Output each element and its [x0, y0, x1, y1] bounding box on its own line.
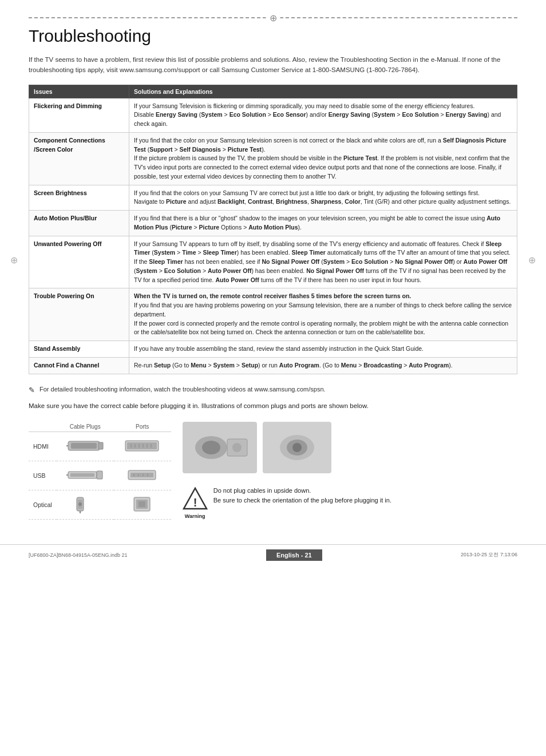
svg-point-31	[202, 441, 220, 454]
svg-point-33	[232, 443, 242, 452]
cable-plugs-header: Cable Plugs	[57, 422, 114, 432]
warning-triangle-icon: !	[183, 486, 208, 511]
svg-rect-13	[70, 473, 94, 477]
svg-rect-14	[97, 471, 102, 479]
hdmi-port-img	[114, 432, 171, 461]
warning-box: ! Warning Do not plug cables in upside d…	[183, 486, 517, 519]
issues-table: Issues Solutions and Explanations Flicke…	[29, 85, 517, 374]
warning-photo-2	[263, 422, 331, 473]
svg-text:!: !	[193, 496, 197, 509]
note-text: For detailed troubleshooting information…	[39, 385, 326, 394]
optical-plug-img	[57, 490, 114, 519]
issue-cell-5: Trouble Powering On	[29, 288, 129, 341]
solution-cell-2: If you find that the colors on your Sams…	[129, 185, 517, 211]
col-issues-header: Issues	[29, 85, 129, 98]
optical-row: Optical	[29, 490, 171, 519]
cable-table: Cable Plugs Ports HDMI	[29, 422, 171, 520]
issue-cell-4: Unwanted Powering Off	[29, 236, 129, 288]
usb-row: USB	[29, 461, 171, 490]
note-icon: ✎	[29, 385, 35, 396]
page-badge: English - 21	[266, 549, 322, 561]
warning-text-block: Do not plug cables in upside down. Be su…	[213, 486, 391, 505]
solution-cell-5: When the TV is turned on, the remote con…	[129, 288, 517, 341]
hdmi-plug-img	[57, 432, 114, 461]
page-wrapper: ⊕ Troubleshooting If the TV seems to hav…	[0, 0, 546, 565]
warning-line1: Do not plug cables in upside down.	[213, 486, 391, 496]
top-border: ⊕	[29, 17, 517, 18]
warning-line2: Be sure to check the orientation of the …	[213, 496, 391, 505]
top-target-icon: ⊕	[266, 13, 280, 23]
usb-plug-img	[57, 461, 114, 490]
footer: [UF6800-ZA]BN68-04915A-05ENG.indb 21 Eng…	[0, 544, 546, 565]
page-title: Troubleshooting	[29, 26, 517, 46]
issue-cell-6: Stand Assembly	[29, 341, 129, 358]
cable-section: Cable Plugs Ports HDMI	[29, 422, 517, 520]
optical-label: Optical	[29, 490, 57, 519]
svg-rect-1	[71, 443, 97, 449]
svg-rect-2	[98, 442, 103, 449]
solution-cell-4: If your Samsung TV appears to turn off b…	[129, 236, 517, 288]
warning-icon-block: ! Warning	[183, 486, 208, 519]
usb-label: USB	[29, 461, 57, 490]
usb-port-img	[114, 461, 171, 490]
cable-label-col	[29, 422, 57, 432]
issue-cell-2: Screen Brightness	[29, 185, 129, 211]
hdmi-row: HDMI	[29, 432, 171, 461]
footer-left: [UF6800-ZA]BN68-04915A-05ENG.indb 21	[29, 552, 128, 558]
warning-photos	[183, 422, 517, 473]
issue-cell-0: Flickering and Dimming	[29, 98, 129, 132]
svg-point-24	[78, 502, 82, 506]
left-target-icon: ⊕	[10, 255, 18, 266]
issue-cell-3: Auto Motion Plus/Blur	[29, 211, 129, 236]
svg-point-37	[292, 443, 302, 452]
warning-section: ! Warning Do not plug cables in upside d…	[183, 422, 517, 519]
svg-rect-5	[127, 442, 157, 449]
note-line: ✎ For detailed troubleshooting informati…	[29, 385, 517, 396]
issue-cell-1: Component Connections /Screen Color	[29, 132, 129, 185]
footer-center: English - 21	[266, 549, 322, 561]
col-solutions-header: Solutions and Explanations	[129, 85, 517, 98]
intro-text: If the TV seems to have a problem, first…	[29, 55, 517, 76]
cable-ports-header: Ports	[114, 422, 171, 432]
right-target-icon: ⊕	[528, 255, 536, 266]
solution-cell-6: If you have any trouble assembling the s…	[129, 341, 517, 358]
optical-port-img	[114, 490, 171, 519]
solution-cell-1: If you find that the color on your Samsu…	[129, 132, 517, 185]
issue-cell-7: Cannot Find a Channel	[29, 357, 129, 374]
cable-table-wrap: Cable Plugs Ports HDMI	[29, 422, 171, 520]
solution-cell-0: If your Samsung Television is flickering…	[129, 98, 517, 132]
footer-right: 2013-10-25 오전 7:13:06	[461, 551, 517, 559]
hdmi-label: HDMI	[29, 432, 57, 461]
solution-cell-7: Re-run Setup (Go to Menu > System > Setu…	[129, 357, 517, 374]
solution-cell-3: If you find that there is a blur or "gho…	[129, 211, 517, 236]
warning-label: Warning	[183, 513, 208, 519]
make-sure-text: Make sure you have the correct cable bef…	[29, 401, 517, 411]
svg-rect-28	[139, 501, 145, 507]
warning-photo-1	[183, 422, 257, 473]
